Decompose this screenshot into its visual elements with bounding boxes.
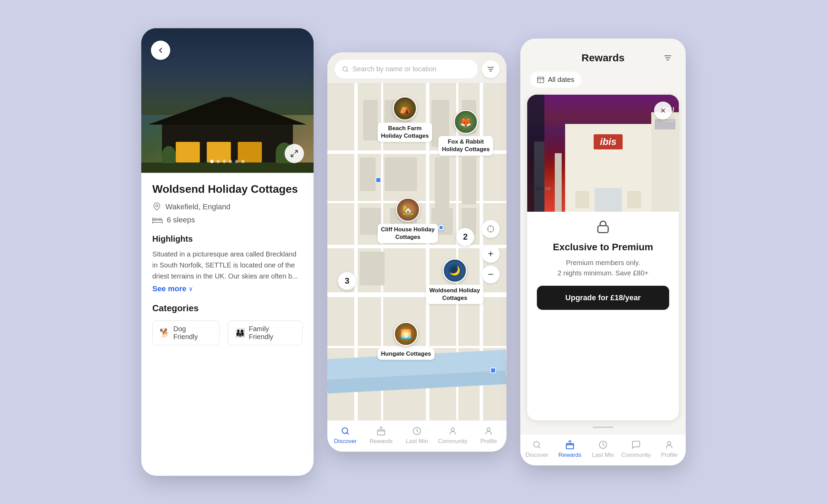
categories-title: Categories (152, 303, 303, 314)
category-family-friendly[interactable]: 👨‍👩‍👧 Family Friendly (228, 321, 303, 345)
dot-3[interactable] (223, 160, 226, 163)
rnav-community-label: Community (621, 452, 651, 459)
zoom-out-button[interactable]: − (482, 265, 500, 283)
phone1-property-detail: Woldsend Holiday Cottages Wakefield, Eng… (141, 28, 314, 476)
rnav-discover[interactable]: Discover (520, 440, 553, 459)
svg-point-27 (667, 442, 671, 445)
map-location-marker (376, 177, 381, 183)
close-icon: × (660, 105, 665, 116)
zoom-in-button[interactable]: + (482, 245, 500, 263)
nav-rewards[interactable]: Rewards (363, 426, 399, 445)
rewards-card-content: Exclusive to Premium Premium members onl… (527, 212, 679, 319)
svg-rect-10 (378, 430, 385, 435)
woldsend-label: Woldsend HolidayCottages (426, 285, 483, 304)
rnav-profile[interactable]: Profile (653, 440, 686, 459)
svg-point-0 (156, 205, 157, 207)
svg-rect-3 (158, 218, 162, 220)
dot-4[interactable] (229, 160, 232, 163)
close-modal-button[interactable]: × (654, 102, 672, 119)
location-row: Wakefield, England (152, 202, 303, 211)
svg-rect-23 (598, 226, 608, 233)
phone2-map: Search by name or location (327, 52, 507, 452)
nav-rewards-label: Rewards (369, 438, 392, 445)
upgrade-button[interactable]: Upgrade for £18/year (537, 286, 669, 310)
map-pin-number-3[interactable]: 3 (338, 272, 356, 290)
lock-icon (596, 220, 610, 237)
rnav-rewards-icon (565, 440, 575, 450)
rnav-community[interactable]: Community (620, 440, 653, 459)
svg-point-20 (542, 80, 543, 80)
rnav-rewards-label: Rewards (558, 452, 581, 459)
rnav-lastmin-icon (598, 440, 608, 450)
rewards-bottom-navigation: Discover Rewards Last Min Community (520, 434, 686, 465)
map-pin-beach-farm[interactable]: ⛺ Beach FarmHoliday Cottages (378, 96, 432, 142)
dot-6[interactable] (241, 160, 245, 163)
rnav-lastmin[interactable]: Last Min (586, 440, 620, 459)
categories-row: 🐕 Dog Friendly 👨‍👩‍👧 Family Friendly (152, 321, 303, 345)
property-meta: Wakefield, England 6 sleeps (152, 202, 303, 224)
discover-icon (340, 426, 350, 436)
location-icon (152, 202, 161, 211)
date-filter-pill[interactable]: All dates (530, 72, 581, 88)
rnav-discover-label: Discover (525, 452, 548, 459)
community-icon (448, 426, 458, 436)
beach-farm-label: Beach FarmHoliday Cottages (378, 123, 432, 142)
rnav-rewards[interactable]: Rewards (553, 440, 586, 459)
ibis-sign: ibis (594, 134, 623, 149)
map-background: ⛺ Beach FarmHoliday Cottages 🦊 Fox & Rab… (327, 83, 507, 420)
hungate-label: Hungate Cottages (378, 348, 435, 360)
map-pin-cliff-house[interactable]: 🏡 Cliff House HolidayCottages (378, 198, 438, 243)
map-controls: + − (482, 220, 500, 283)
nav-profile[interactable]: Profile (471, 426, 507, 445)
rewards-header: Rewards (520, 39, 686, 72)
exclusive-description: Premium members only.2 nights minimum. S… (558, 258, 649, 278)
rnav-profile-label: Profile (661, 452, 677, 459)
nav-lastmin[interactable]: Last Min (399, 426, 435, 445)
calendar-grid-icon (537, 76, 544, 84)
nav-profile-label: Profile (480, 438, 497, 445)
search-icon (341, 65, 349, 73)
dot-2[interactable] (216, 160, 220, 163)
sleeps-text: 6 sleeps (167, 216, 195, 224)
compass-button[interactable] (482, 220, 500, 238)
map-view[interactable]: ⛺ Beach FarmHoliday Cottages 🦊 Fox & Rab… (327, 83, 507, 420)
filter-button[interactable] (482, 60, 500, 78)
svg-rect-1 (153, 220, 162, 222)
nav-community[interactable]: Community (435, 426, 471, 445)
expand-button[interactable] (285, 144, 304, 163)
highlights-title: Highlights (152, 234, 303, 244)
image-dots (210, 160, 245, 163)
map-location-marker-2 (490, 368, 496, 373)
back-button[interactable] (151, 41, 170, 60)
svg-point-13 (487, 428, 490, 431)
rnav-profile-icon (664, 440, 674, 450)
svg-point-18 (539, 80, 540, 80)
exclusive-title: Exclusive to Premium (553, 242, 653, 253)
svg-rect-2 (153, 218, 157, 220)
svg-point-12 (451, 428, 454, 431)
phone3-rewards: Rewards All dates (520, 39, 686, 465)
dot-5[interactable] (235, 160, 238, 163)
see-more-chevron-icon[interactable]: ∨ (188, 285, 193, 293)
map-pin-woldsend[interactable]: 🌙 Woldsend HolidayCottages (426, 259, 483, 304)
search-input-field[interactable]: Search by name or location (334, 59, 478, 79)
rnav-community-icon (631, 440, 641, 450)
rewards-page-title: Rewards (581, 52, 624, 64)
nav-community-label: Community (438, 438, 468, 445)
rewards-filter-button[interactable] (660, 50, 676, 66)
svg-point-19 (540, 80, 541, 80)
rnav-lastmin-label: Last Min (592, 452, 614, 459)
see-more-link[interactable]: See more (152, 284, 186, 293)
property-content: Woldsend Holiday Cottages Wakefield, Eng… (141, 173, 314, 476)
sleeps-row: 6 sleeps (152, 216, 303, 224)
property-description: Situated in a picturesque area called Br… (152, 249, 303, 282)
category-dog-friendly[interactable]: 🐕 Dog Friendly (152, 321, 219, 345)
map-pin-hungate[interactable]: 🌅 Hungate Cottages (378, 322, 435, 360)
hotel-image: ibis ibis.co MUOU (527, 95, 679, 212)
dot-1[interactable] (210, 160, 214, 163)
profile-icon (484, 426, 493, 436)
nav-discover[interactable]: Discover (327, 426, 363, 445)
nav-discover-label: Discover (334, 438, 357, 445)
map-pin-fox-rabbit[interactable]: 🦊 Fox & RabbitHoliday Cottages (438, 110, 493, 155)
user-location-dot (438, 225, 444, 230)
